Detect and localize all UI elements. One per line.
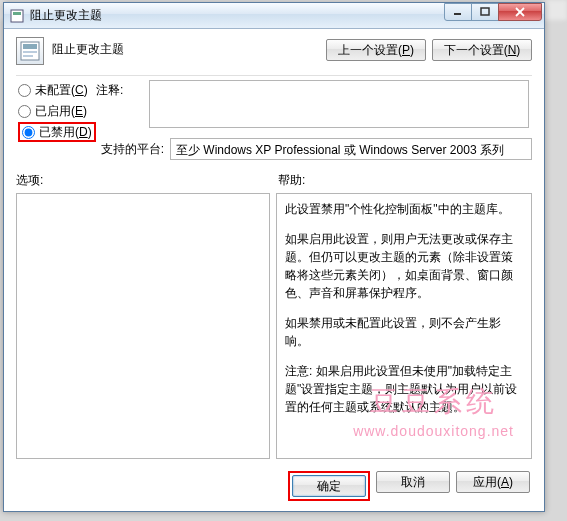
radio-group: 未配置(C) 已启用(E) 已禁用(D): [16, 80, 96, 143]
help-label: 帮助:: [278, 172, 305, 189]
svg-rect-7: [23, 44, 37, 49]
watermark-url: www.doudouxitong.net: [353, 423, 514, 439]
titlebar[interactable]: 阻止更改主题: [4, 3, 544, 29]
help-text: 此设置禁用"个性化控制面板"中的主题库。: [285, 200, 523, 218]
previous-setting-button[interactable]: 上一个设置(P): [326, 39, 426, 61]
dialog-window: 阻止更改主题 阻止更改主题 上一个设置(P) 下一个设置(N) 未配置(C): [3, 2, 545, 512]
highlight-annotation: 已禁用(D): [18, 122, 96, 142]
radio-disabled-label[interactable]: 已禁用(D): [39, 124, 92, 141]
cancel-button[interactable]: 取消: [376, 471, 450, 493]
svg-rect-8: [23, 51, 37, 53]
radio-disabled[interactable]: [22, 126, 35, 139]
svg-rect-0: [11, 10, 23, 22]
platform-label: 支持的平台:: [96, 141, 170, 158]
options-label: 选项:: [16, 172, 278, 189]
radio-enabled-label[interactable]: 已启用(E): [35, 103, 87, 120]
watermark: 豆豆系统 www.doudouxitong.net: [353, 383, 514, 439]
maximize-button[interactable]: [471, 3, 499, 21]
policy-icon: [16, 37, 44, 65]
platform-value: 至少 Windows XP Professional 或 Windows Ser…: [170, 138, 532, 160]
help-text: 如果禁用或未配置此设置，则不会产生影响。: [285, 314, 523, 350]
next-setting-button[interactable]: 下一个设置(N): [432, 39, 532, 61]
window-icon: [9, 8, 25, 24]
ok-button[interactable]: 确定: [292, 475, 366, 497]
watermark-text: 豆豆系统: [353, 383, 514, 421]
comment-label: 注释:: [96, 80, 146, 99]
minimize-button[interactable]: [444, 3, 472, 21]
comment-textarea[interactable]: [149, 80, 529, 128]
radio-not-configured[interactable]: [18, 84, 31, 97]
radio-not-configured-label[interactable]: 未配置(C): [35, 82, 88, 99]
help-text: 如果启用此设置，则用户无法更改或保存主题。但仍可以更改主题的元素（除非设置策略将…: [285, 230, 523, 302]
close-button[interactable]: [498, 3, 542, 21]
svg-rect-1: [13, 12, 21, 15]
window-title: 阻止更改主题: [30, 7, 445, 24]
highlight-annotation: 确定: [288, 471, 370, 501]
apply-button[interactable]: 应用(A): [456, 471, 530, 493]
svg-rect-9: [23, 55, 33, 57]
options-panel: [16, 193, 270, 459]
radio-enabled[interactable]: [18, 105, 31, 118]
policy-title: 阻止更改主题: [52, 37, 326, 58]
svg-rect-3: [481, 8, 489, 15]
